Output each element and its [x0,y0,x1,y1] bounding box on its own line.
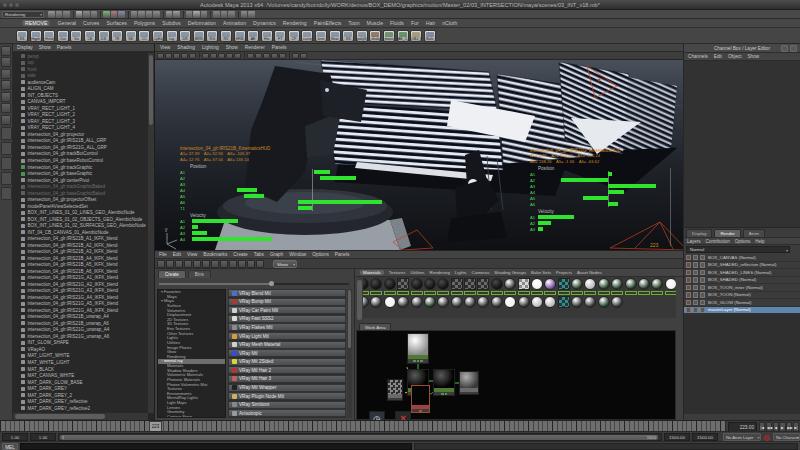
playback-button-5[interactable]: ▶| [793,422,799,432]
status-icon[interactable] [76,11,83,18]
create-node-vray-mtl-hair-2[interactable]: VRay Mtl Hair 2 [228,366,346,374]
material-swatch[interactable] [531,296,544,308]
layer-menu-layers[interactable]: Layers [687,239,701,244]
layer-swatch[interactable] [700,285,706,291]
create-node-vray-flakes-mtl[interactable]: VRay Flakes Mtl [228,323,346,331]
shelf-item-ce[interactable]: CE [84,30,96,42]
status-icon[interactable] [213,11,220,18]
create-node-vray-plugin-node-mtl[interactable]: VRay Plugin Node Mtl [228,392,346,400]
shelf-item-rv[interactable]: RV [220,30,232,42]
browser-tab-cameras[interactable]: Cameras [472,270,490,275]
viewport-toolbar-icon[interactable] [234,53,241,59]
viewport-toolbar-icon[interactable] [173,53,180,59]
command-line-mode-button[interactable]: MEL [2,443,18,450]
anim-end-field[interactable]: 1500.00 [692,433,718,441]
material-swatch[interactable] [598,296,611,308]
shelf-item-hshd[interactable]: Hshd [43,30,55,42]
browser-tab-shading-groups[interactable]: Shading Groups [494,270,526,275]
shelf-item-ae-c[interactable]: AE_C [397,30,409,42]
viewport-toolbar-icon[interactable] [279,53,286,59]
create-node-vray-mesh-material[interactable]: VRay Mesh Material [228,341,346,349]
browser-tab-rendering[interactable]: Rendering [430,270,450,275]
command-line-input[interactable] [20,443,412,450]
status-icon[interactable] [241,11,248,18]
shelf-item-his[interactable]: His [261,30,273,42]
render-layer-row[interactable]: BOX_CANVAS (Normal) [684,254,800,262]
shelf-item-dr[interactable]: DR [179,30,191,42]
material-swatch[interactable] [477,278,490,295]
paint-select-tool-icon[interactable] [1,69,11,79]
browser-tab-textures[interactable]: Textures [389,270,406,275]
render-layer-row[interactable]: BOX_SHADED_LINES (Normal) [684,269,800,277]
layer-renderable-toggle[interactable] [686,277,692,283]
status-icon[interactable] [103,11,110,18]
shelf-tab-surfaces[interactable]: Surfaces [106,20,126,26]
viewport-toolbar-icon[interactable] [271,53,278,59]
layout-shortcut-1[interactable] [1,127,12,140]
shelf-item-lig[interactable]: Lig [166,30,178,42]
range-slider-track[interactable]: 1 1500 [58,433,662,441]
status-icon[interactable] [201,11,208,18]
status-icon[interactable] [146,11,153,18]
scale-tool-icon[interactable] [1,103,11,113]
shading-group-node[interactable] [459,371,479,395]
shelf-tab-animation[interactable]: Animation [223,20,246,26]
layer-renderable-toggle[interactable] [686,285,692,291]
layer-tab-anim[interactable]: Anim [743,229,765,237]
shelf-item-bols[interactable]: Bols [424,30,436,42]
status-icon[interactable] [111,11,118,18]
create-node-vray-mtl-hair-3[interactable]: VRay Mtl Hair 3 [228,375,346,383]
title-bar[interactable]: Autodesk Maya 2013 x64: /Volumes/candy/b… [0,0,800,10]
shelf-tab-polygons[interactable]: Polygons [134,20,155,26]
shelf-tab-subdivs[interactable]: Subdivs [162,20,180,26]
shelf-item-out[interactable]: Out [57,30,69,42]
shelf-item-ft[interactable]: FT [274,30,286,42]
shelf-item-new[interactable]: New [329,30,341,42]
create-node-vray-light-mtl[interactable]: VRay Light Mtl [228,332,346,340]
viewport-toolbar-icon[interactable] [210,53,217,59]
hypershade-menu-create[interactable]: Create [233,252,247,257]
shelf-tab-ncloth[interactable]: nCloth [442,20,457,26]
layout-shortcut-4[interactable] [1,172,12,185]
hypershade-menu-bookmarks[interactable]: Bookmarks [203,252,227,257]
lasso-tool-icon[interactable] [1,57,11,67]
material-swatch[interactable] [384,278,397,295]
status-icon[interactable] [131,11,138,18]
material-swatch[interactable] [611,278,624,295]
create-node-vray-blend-mtl[interactable]: VRay Blend Mtl [228,289,346,297]
material-swatch[interactable] [464,296,477,308]
shelf-tab-painteffects[interactable]: PaintEffects [314,20,342,26]
status-icon[interactable] [193,11,200,18]
material-swatch[interactable] [411,278,424,295]
panel-toggle-icon[interactable] [790,45,797,52]
file-texture-node[interactable] [411,385,430,413]
layer-visibility-toggle[interactable] [693,292,699,298]
layout-shortcut-5[interactable] [1,187,12,200]
viewport-toolbar-icon[interactable] [255,53,262,59]
hypershade-toolbar-icon[interactable] [229,260,237,268]
viewport-toolbar-icon[interactable] [181,53,188,59]
shelf-tab-general[interactable]: General [57,20,75,26]
play-end-field[interactable]: 1500.00 [664,433,690,441]
layer-tab-display[interactable]: Display [686,229,712,237]
viewport-menu-view[interactable]: View [160,45,170,50]
status-icon[interactable] [248,11,255,18]
anim-layer-dropdown[interactable]: No Anim Layer [723,433,761,441]
browser-tab-projects[interactable]: Projects [556,270,572,275]
outliner-item[interactable]: BOX_INT_LINES_01_02_OBJECTS_GEO_AlembicN… [13,216,148,223]
rotate-tool-icon[interactable] [1,92,11,102]
layer-visibility-toggle[interactable] [693,300,699,306]
render-layer-row[interactable]: BOX_GLOW (Normal) [684,299,800,307]
shelf-item-ae[interactable]: AE [247,30,259,42]
status-icon[interactable] [153,11,160,18]
channel-menu-object[interactable]: Object [728,54,742,59]
material-swatch[interactable] [598,278,611,295]
create-node-vray-car-paint-mtl[interactable]: VRay Car Paint Mtl [228,306,346,314]
play-start-field[interactable]: 1.00 [30,433,56,441]
outliner-menu-display[interactable]: Display [17,45,33,50]
hypershade-toolbar-icon[interactable] [220,260,228,268]
create-node-vray-simbiont[interactable]: VRay Simbiont [228,401,346,409]
browser-tab-utilities[interactable]: Utilities [410,270,424,275]
render-layer-row[interactable]: BOX_SHADED (Normal) [684,277,800,285]
material-swatch[interactable] [491,278,504,295]
